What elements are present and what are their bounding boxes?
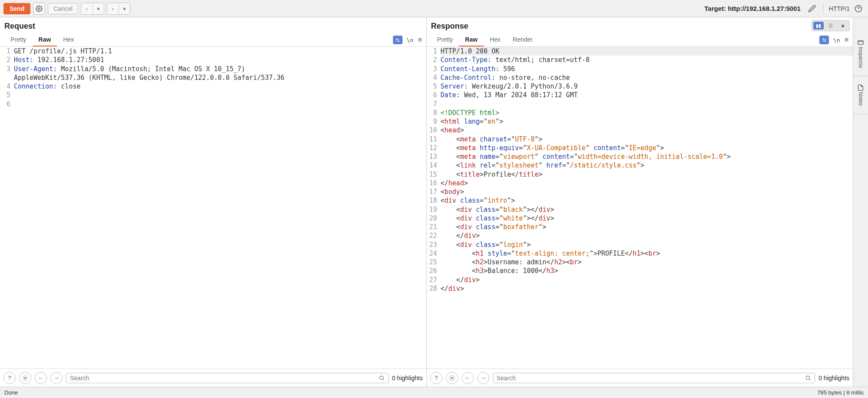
notes-label: Notes — [858, 92, 864, 105]
line-number: 4 — [0, 82, 14, 91]
history-next-dropdown[interactable]: ▾ — [119, 3, 130, 14]
inspector-label: Inspector — [858, 47, 864, 68]
code-content: <head> — [441, 126, 853, 135]
wrap-toggle-button[interactable]: ⇆ — [393, 36, 403, 44]
line-number: 2 — [0, 56, 14, 64]
status-bar: Done 785 bytes | 8 millis — [0, 387, 868, 398]
send-button[interactable]: Send — [3, 3, 30, 14]
line-number: 10 — [427, 126, 441, 135]
response-search-settings-button[interactable] — [446, 372, 458, 384]
response-search-next-button[interactable]: → — [477, 372, 489, 384]
tab-pretty[interactable]: Pretty — [4, 33, 33, 46]
line-number: 5 — [427, 82, 441, 91]
arrow-right-icon: → — [480, 375, 486, 381]
response-menu-button[interactable]: ≡ — [845, 36, 848, 44]
history-prev-button[interactable]: ‹ — [81, 3, 92, 14]
line-number: 23 — [427, 240, 441, 249]
layout-columns-button[interactable]: ▮▮ — [813, 22, 824, 30]
request-menu-button[interactable]: ≡ — [418, 36, 422, 44]
line-number: 25 — [427, 258, 441, 266]
gear-icon — [22, 375, 28, 381]
line-number: 4 — [427, 73, 441, 82]
code-line: 7 — [427, 100, 853, 109]
search-icon[interactable] — [805, 375, 811, 381]
layout-combined-button[interactable]: ■ — [838, 22, 848, 30]
code-content: Content-Type: text/html; charset=utf-8 — [441, 56, 853, 64]
code-line: 3User-Agent: Mozilla/5.0 (Macintosh; Int… — [0, 65, 426, 73]
history-next-button[interactable]: › — [107, 3, 119, 14]
code-content — [14, 91, 426, 99]
code-line: 23 <div class="login"> — [427, 240, 853, 249]
show-newlines-toggle[interactable]: \n — [833, 37, 840, 43]
tab-raw[interactable]: Raw — [459, 33, 484, 46]
code-line: 22 </div> — [427, 231, 853, 240]
gear-icon — [449, 375, 455, 381]
request-help-button[interactable]: ? — [3, 372, 16, 384]
response-editor[interactable]: 1HTTP/1.0 200 OK2Content-Type: text/html… — [427, 47, 853, 368]
columns-icon: ▮▮ — [816, 23, 821, 29]
status-right: 785 bytes | 8 millis — [817, 389, 864, 396]
response-search-row: ? ← → 0 highlights — [427, 368, 853, 387]
code-content: <h3>Balance: 1000</h3> — [441, 266, 853, 275]
code-content: </head> — [441, 179, 853, 187]
request-search-next-button[interactable]: → — [50, 372, 63, 384]
response-help-button[interactable]: ? — [430, 372, 442, 384]
tab-raw[interactable]: Raw — [33, 33, 57, 46]
tab-hex[interactable]: Hex — [57, 33, 80, 46]
main-split: Request PrettyRawHex ⇆ \n ≡ 1GET /profil… — [0, 17, 868, 387]
code-content: <meta charset="UTF-8"> — [441, 135, 853, 144]
svg-point-6 — [451, 377, 453, 379]
cancel-button[interactable]: Cancel — [48, 3, 78, 14]
code-content — [14, 100, 426, 109]
request-search-settings-button[interactable] — [19, 372, 31, 384]
edit-target-button[interactable] — [806, 3, 818, 15]
line-number: 2 — [427, 56, 441, 64]
gear-icon — [36, 5, 43, 12]
layout-rows-button[interactable]: ☰ — [825, 22, 836, 30]
tab-pretty[interactable]: Pretty — [431, 33, 459, 46]
help-button[interactable] — [852, 3, 865, 15]
line-number: 28 — [427, 284, 441, 293]
code-line: 20 <div class="white"></div> — [427, 214, 853, 223]
wrap-toggle-button[interactable]: ⇆ — [819, 36, 829, 44]
request-search-prev-button[interactable]: ← — [35, 372, 47, 384]
request-title: Request — [4, 22, 422, 31]
hamburger-icon: ≡ — [418, 36, 422, 43]
code-content: <title>Profile</title> — [441, 170, 853, 179]
inspector-tab[interactable]: Inspector — [856, 36, 865, 72]
code-line: 19 <div class="black"></div> — [427, 205, 853, 214]
line-number: 20 — [427, 214, 441, 223]
code-content: <meta name="viewport" content="width=dev… — [441, 152, 853, 161]
arrow-left-icon: ← — [38, 375, 44, 381]
line-number: 24 — [427, 249, 441, 258]
svg-point-3 — [24, 377, 26, 379]
response-search-prev-button[interactable]: ← — [462, 372, 474, 384]
request-tabs: PrettyRawHex ⇆ \n ≡ — [0, 31, 426, 47]
http-version-label[interactable]: HTTP/1 — [829, 5, 850, 12]
notes-tab[interactable]: Notes — [856, 81, 865, 109]
code-content: <div class="intro"> — [441, 196, 853, 205]
show-newlines-toggle[interactable]: \n — [407, 37, 414, 43]
request-search-input[interactable] — [70, 375, 379, 382]
line-number: 27 — [427, 276, 441, 284]
line-number: 9 — [427, 117, 441, 126]
line-number: 6 — [0, 100, 14, 109]
caret-down-icon: ▾ — [123, 5, 126, 12]
tab-render[interactable]: Render — [507, 33, 539, 46]
code-content: Host: 192.168.1.27:5001 — [14, 56, 426, 64]
request-highlights-count: 0 highlights — [392, 375, 423, 382]
code-content: <div class="boxfather"> — [441, 223, 853, 231]
line-number: 26 — [427, 266, 441, 275]
code-content: <!DOCTYPE html> — [441, 109, 853, 117]
history-prev-dropdown[interactable]: ▾ — [92, 3, 104, 14]
code-line: 9<html lang="en"> — [427, 117, 853, 126]
line-number: 8 — [427, 109, 441, 117]
line-number: 15 — [427, 170, 441, 179]
separator — [823, 3, 824, 14]
separator — [853, 76, 868, 76]
request-editor[interactable]: 1GET /profile/.js HTTP/1.12Host: 192.168… — [0, 47, 426, 368]
search-icon[interactable] — [379, 375, 385, 381]
tab-hex[interactable]: Hex — [484, 33, 507, 46]
settings-button[interactable] — [33, 3, 45, 15]
response-search-input[interactable] — [497, 375, 805, 382]
